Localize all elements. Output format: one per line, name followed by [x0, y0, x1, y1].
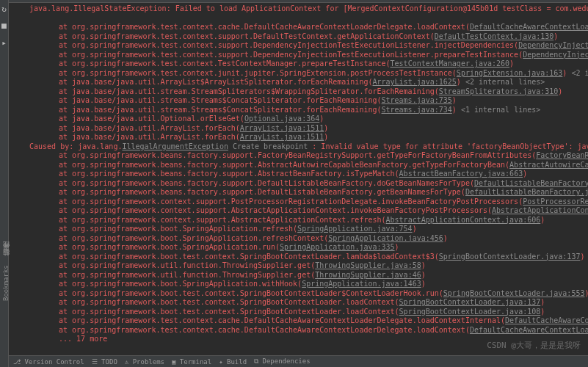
- stack-frame: at org.springframework.boot.SpringApplic…: [59, 225, 297, 233]
- source-link[interactable]: DependencyInjectionTestExecutionListener…: [518, 41, 588, 49]
- source-link[interactable]: SpringApplication.java:1463: [302, 280, 421, 288]
- source-link[interactable]: SpringBootContextLoader.java:553: [443, 289, 585, 297]
- run-toolbar: ↻ ⏹ ▸: [0, 0, 9, 367]
- source-link[interactable]: DefaultCacheAwareContextLoaderDelegate.j…: [470, 23, 588, 31]
- stack-frame: at java.base/java.util.ArrayList.forEach…: [59, 124, 240, 132]
- caused-by-msg: : Invalid value type for attribute 'fact…: [312, 142, 588, 150]
- stack-frame: at org.springframework.boot.SpringApplic…: [59, 234, 328, 242]
- left-sidebar-labels[interactable]: Bookmarks 结构 主题 性能: [1, 253, 11, 301]
- stack-frame: at org.springframework.context.support.A…: [59, 206, 492, 214]
- source-link[interactable]: SpringApplication.java:754: [297, 225, 413, 233]
- source-link[interactable]: AbstractAutowireCapableBeanFactory.java:…: [509, 161, 588, 169]
- exception-header: java.lang.IllegalStateException: Failed …: [29, 4, 588, 12]
- deps-tab[interactable]: ⧉ Dependencies: [254, 357, 310, 366]
- stack-frame: at org.springframework.test.context.cach…: [59, 326, 470, 334]
- stack-frame: at java.base/java.util.stream.StreamSpli…: [59, 87, 439, 95]
- collapsed-frames[interactable]: <2 internal lines>: [567, 69, 588, 77]
- stack-frame: at org.springframework.beans.factory.sup…: [59, 151, 536, 159]
- stack-frame: at org.springframework.beans.factory.sup…: [59, 161, 509, 169]
- console-area: java.lang.IllegalStateException: Failed …: [9, 0, 588, 367]
- source-link[interactable]: ArrayList.java:1625: [372, 78, 456, 86]
- source-link[interactable]: SpringBootContextLoader.java:108: [399, 308, 541, 316]
- source-link[interactable]: SpringApplication.java:335: [280, 243, 395, 251]
- stack-frame: at java.base/java.util.ArrayList.forEach…: [59, 133, 240, 141]
- stack-frame: at org.springframework.test.context.supp…: [59, 32, 435, 40]
- more-frames: ... 17 more: [59, 335, 107, 343]
- source-link[interactable]: DefaultTestContext.java:130: [435, 32, 554, 40]
- stack-frame: at org.springframework.boot.SpringApplic…: [59, 243, 280, 251]
- source-link[interactable]: AbstractApplicationContext.java:788: [492, 206, 588, 214]
- stack-frame: at org.springframework.boot.test.context…: [59, 252, 439, 261]
- source-link[interactable]: SpringApplication.java:456: [328, 234, 443, 242]
- source-link[interactable]: TestContextManager.java:260: [391, 59, 510, 68]
- stack-frame: at org.springframework.beans.factory.sup…: [59, 179, 474, 187]
- stack-frame: at org.springframework.test.context.cach…: [59, 23, 470, 31]
- rerun-icon[interactable]: ↻: [1, 4, 7, 14]
- stack-frame: at org.springframework.boot.SpringApplic…: [59, 280, 302, 288]
- stack-frame: at java.base/java.util.stream.Streams$Co…: [59, 96, 382, 104]
- stack-frame: at java.base/java.util.stream.Streams$Co…: [59, 106, 382, 114]
- stack-frame: at org.springframework.boot.test.context…: [59, 298, 399, 306]
- stack-frame: at org.springframework.test.context.cach…: [59, 316, 505, 324]
- source-link[interactable]: ArrayList.java:1511: [240, 133, 324, 141]
- todo-tab[interactable]: ☰ TODO: [92, 358, 117, 366]
- stack-frame: at org.springframework.boot.test.context…: [59, 308, 399, 316]
- source-link[interactable]: DefaultCacheAwareContextLoaderDelegate.j…: [505, 316, 588, 324]
- stack-frame: at org.springframework.boot.test.context…: [59, 289, 443, 297]
- stack-frame: at org.springframework.test.context.Test…: [59, 59, 391, 68]
- stack-frame: at org.springframework.util.function.Thr…: [59, 271, 315, 279]
- problems-tab[interactable]: ⚠ Problems: [125, 358, 164, 366]
- stack-frame: at org.springframework.beans.factory.sup…: [59, 188, 465, 196]
- source-link[interactable]: DefaultListableBeanFactory.java:534: [465, 188, 588, 196]
- attach-icon[interactable]: ▸: [1, 38, 7, 48]
- source-link[interactable]: ArrayList.java:1511: [240, 124, 324, 132]
- source-link[interactable]: SpringBootContextLoader.java:137: [439, 252, 581, 261]
- source-link[interactable]: Streams.java:734: [382, 106, 452, 114]
- source-link[interactable]: StreamSpliterators.java:310: [439, 87, 559, 95]
- stack-frame: at java.base/java.util.ArrayList$ArrayLi…: [59, 78, 372, 86]
- source-link[interactable]: FactoryBeanRegistrySupport.java:86: [536, 151, 588, 159]
- terminal-tab[interactable]: ▣ Terminal: [172, 358, 211, 366]
- stack-frame: at org.springframework.test.context.supp…: [59, 51, 523, 59]
- source-link[interactable]: SpringExtension.java:163: [457, 69, 563, 77]
- stack-frame: at java.base/java.util.Optional.orElseGe…: [59, 115, 244, 123]
- stack-frame: at org.springframework.context.support.A…: [59, 216, 386, 224]
- stack-frame: at org.springframework.test.context.juni…: [59, 69, 457, 77]
- source-link[interactable]: Optional.java:364: [244, 115, 319, 123]
- collapsed-frames[interactable]: <1 internal lines>: [457, 106, 540, 114]
- collapsed-frames[interactable]: <2 internal lines>: [461, 78, 545, 86]
- source-link[interactable]: Streams.java:735: [382, 96, 452, 104]
- console-output[interactable]: java.lang.IllegalStateException: Failed …: [9, 3, 588, 355]
- stack-frame: at org.springframework.test.context.supp…: [59, 41, 518, 49]
- caused-by-prefix: Caused by: java.lang.: [29, 142, 122, 150]
- build-tab[interactable]: ✦ Build: [219, 358, 247, 366]
- watermark: CSDN @大哥，是是是我呀: [487, 340, 581, 351]
- stack-frame: at org.springframework.context.support.P…: [59, 197, 523, 206]
- source-link[interactable]: AbstractApplicationContext.java:606: [386, 216, 541, 224]
- stack-frame: at org.springframework.beans.factory.sup…: [59, 170, 399, 178]
- status-bar: ⎇ Version Control ☰ TODO ⚠ Problems ▣ Te…: [9, 355, 588, 367]
- source-link[interactable]: ThrowingSupplier.java:58: [315, 261, 421, 269]
- source-link[interactable]: DefaultCacheAwareContextLoaderDelegate.j…: [470, 326, 588, 334]
- source-link[interactable]: AbstractBeanFactory.java:663: [399, 170, 523, 178]
- source-link[interactable]: DefaultListableBeanFactory.java:575: [474, 179, 588, 187]
- stack-frame: at org.springframework.util.function.Thr…: [59, 261, 315, 269]
- stop-icon[interactable]: ⏹: [0, 21, 8, 31]
- vcs-tab[interactable]: ⎇ Version Control: [13, 358, 84, 366]
- exception-class-link[interactable]: IllegalArgumentException: [122, 142, 228, 150]
- source-link[interactable]: DependencyInjectionTestExecutionListener…: [523, 51, 588, 59]
- create-breakpoint[interactable]: Create breakpoint: [228, 142, 312, 150]
- source-link[interactable]: SpringBootContextLoader.java:137: [399, 298, 541, 306]
- source-link[interactable]: PostProcessorRegistrationDelegate.java:1…: [523, 197, 588, 206]
- source-link[interactable]: ThrowingSupplier.java:46: [315, 271, 421, 279]
